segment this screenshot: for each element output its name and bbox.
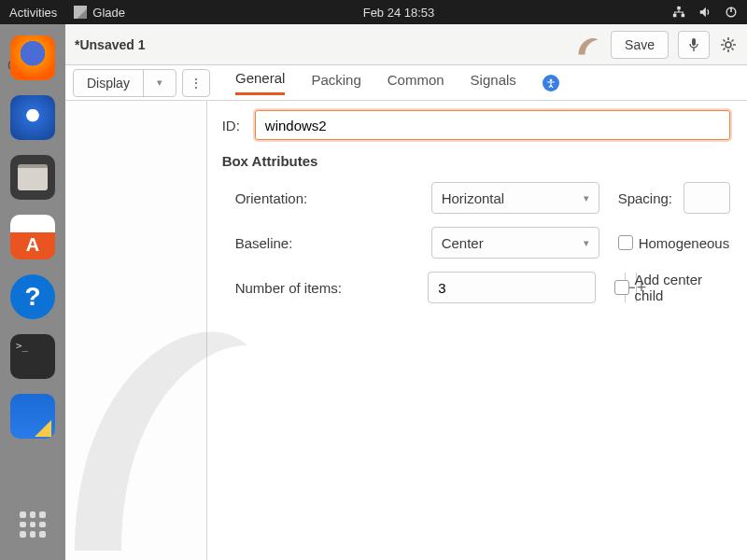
- network-icon[interactable]: [672, 6, 685, 19]
- svg-rect-3: [673, 14, 677, 18]
- gear-icon: [720, 36, 737, 53]
- numitems-label: Number of items:: [235, 280, 419, 296]
- homogeneous-checkbox[interactable]: Homogeneous: [618, 235, 730, 251]
- activities-button[interactable]: Activities: [9, 6, 57, 20]
- display-dropdown[interactable]: ▾: [144, 70, 176, 96]
- svg-marker-5: [700, 7, 706, 18]
- svg-point-10: [550, 78, 553, 81]
- dock-glade[interactable]: [10, 394, 55, 439]
- widget-tree-pane[interactable]: [65, 101, 207, 560]
- numitems-input[interactable]: − +: [428, 272, 596, 303]
- voice-or-mic-button[interactable]: [678, 31, 710, 59]
- display-label: Display: [74, 70, 143, 96]
- glade-watermark: [65, 261, 252, 560]
- addcenter-checkbox[interactable]: Add center child: [614, 272, 730, 303]
- current-app[interactable]: Glade: [74, 6, 125, 20]
- svg-rect-8: [692, 38, 696, 46]
- tab-packing[interactable]: Packing: [311, 72, 360, 94]
- clock[interactable]: Feb 24 18:53: [125, 6, 672, 20]
- tab-common[interactable]: Common: [388, 72, 444, 94]
- baseline-select[interactable]: Center ▾: [431, 227, 599, 259]
- chevron-down-icon: ▾: [584, 237, 589, 249]
- gnome-topbar: Activities Glade Feb 24 18:53: [0, 0, 747, 24]
- toolbar: Display ▾ ⋮ General Packing Common Signa…: [65, 65, 747, 101]
- spacing-input[interactable]: [684, 182, 730, 214]
- id-label: ID:: [222, 118, 240, 133]
- dock-files[interactable]: [10, 155, 55, 200]
- more-button[interactable]: ⋮: [182, 69, 210, 97]
- tab-accessibility[interactable]: [543, 75, 559, 91]
- glade-logo-icon: [575, 32, 601, 58]
- show-applications[interactable]: [16, 508, 49, 541]
- glade-window: *Unsaved 1 Save Display ▾ ⋮ General Pack…: [65, 24, 747, 560]
- ubuntu-dock: ? >_: [0, 24, 65, 560]
- power-icon[interactable]: [725, 6, 738, 19]
- chevron-down-icon: ▾: [584, 192, 589, 204]
- kebab-icon: ⋮: [190, 76, 202, 91]
- headerbar: *Unsaved 1 Save: [65, 24, 747, 65]
- dock-software[interactable]: [10, 215, 55, 259]
- tab-general[interactable]: General: [235, 70, 285, 95]
- orientation-label: Orientation:: [235, 190, 422, 206]
- dock-terminal[interactable]: >_: [10, 334, 55, 379]
- settings-button[interactable]: [719, 31, 738, 59]
- svg-rect-2: [677, 7, 681, 10]
- chevron-down-icon: ▾: [157, 77, 162, 89]
- display-mode[interactable]: Display ▾: [73, 69, 176, 97]
- mic-icon: [687, 37, 700, 52]
- checkbox-box: [614, 280, 628, 295]
- svg-rect-4: [682, 14, 685, 18]
- baseline-label: Baseline:: [235, 235, 422, 251]
- orientation-select[interactable]: Horizontal ▾: [431, 182, 599, 214]
- properties-panel: ID: Box Attributes Orientation: Horizont…: [207, 101, 747, 560]
- checkbox-box: [618, 235, 633, 250]
- save-button[interactable]: Save: [611, 31, 669, 59]
- dock-firefox[interactable]: [10, 35, 55, 80]
- id-input[interactable]: [255, 110, 730, 140]
- property-tabs: General Packing Common Signals: [215, 70, 747, 95]
- accessibility-icon: [546, 78, 556, 88]
- dock-help[interactable]: ?: [10, 274, 55, 319]
- volume-icon[interactable]: [698, 6, 712, 19]
- window-title: *Unsaved 1: [75, 37, 145, 52]
- glade-app-icon: [74, 6, 87, 19]
- spacing-label: Spacing:: [618, 190, 672, 206]
- tab-signals[interactable]: Signals: [471, 72, 516, 94]
- section-box-attributes: Box Attributes: [222, 153, 730, 169]
- svg-point-9: [726, 42, 731, 48]
- dock-thunderbird[interactable]: [10, 95, 55, 140]
